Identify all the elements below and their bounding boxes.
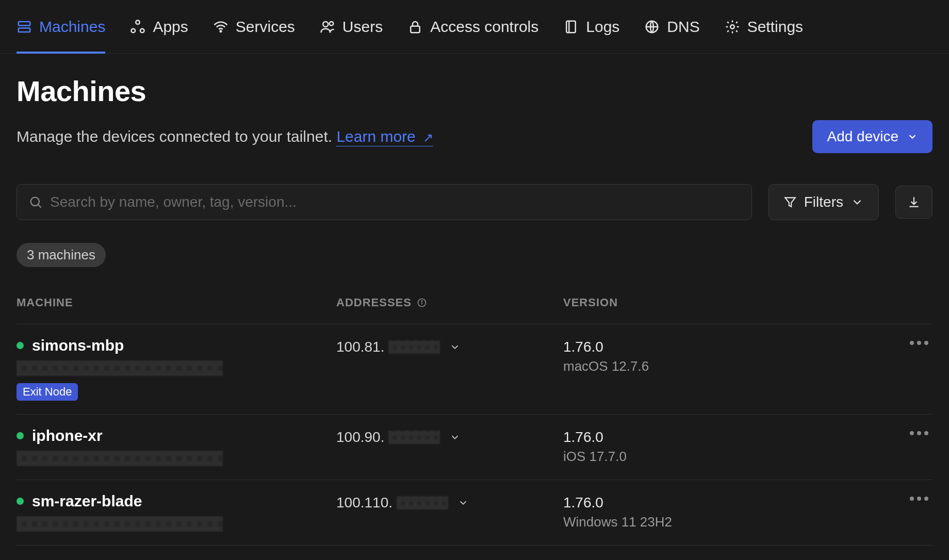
page-title: Machines <box>17 74 932 108</box>
users-icon <box>320 19 335 35</box>
nav-tab-machines[interactable]: Machines <box>17 0 105 53</box>
more-actions-button[interactable] <box>910 497 928 501</box>
redacted-owner <box>17 451 223 466</box>
svg-rect-0 <box>19 22 30 26</box>
svg-rect-1 <box>19 28 30 32</box>
add-device-label: Add device <box>827 128 898 145</box>
nav-tab-label: Machines <box>39 18 105 36</box>
globe-icon <box>644 19 660 35</box>
ip-prefix: 100.81. <box>336 339 384 355</box>
wifi-icon <box>213 19 228 35</box>
page-subtitle: Manage the devices connected to your tai… <box>17 128 433 145</box>
machine-cell: iphone-xr <box>17 427 336 466</box>
search-input[interactable] <box>50 194 740 210</box>
machine-tags: Exit Node <box>17 383 336 401</box>
col-machine: MACHINE <box>17 296 336 309</box>
more-actions-button[interactable] <box>910 341 928 345</box>
row-actions <box>886 427 932 435</box>
version-number: 1.76.0 <box>563 429 886 446</box>
version-number: 1.76.0 <box>563 495 886 511</box>
external-link-icon: ↗ <box>423 130 433 144</box>
machine-name-row[interactable]: sm-razer-blade <box>17 492 336 510</box>
search-icon <box>28 195 43 209</box>
status-dot-online <box>17 342 24 349</box>
filter-icon <box>783 195 797 209</box>
redacted-ip-suffix <box>388 340 440 354</box>
download-icon <box>907 195 921 209</box>
apps-icon <box>130 19 145 35</box>
more-actions-button[interactable] <box>910 431 928 435</box>
table-row: sm-razer-blade 100.110. 1.76.0 Windows 1… <box>17 480 932 546</box>
nav-tab-apps[interactable]: Apps <box>130 0 188 53</box>
svg-line-13 <box>38 205 41 207</box>
info-icon[interactable] <box>417 298 427 308</box>
version-cell: 1.76.0 macOS 12.7.6 <box>563 337 886 374</box>
chevron-down-icon[interactable] <box>457 497 469 508</box>
svg-point-6 <box>323 22 328 27</box>
filters-button[interactable]: Filters <box>768 184 879 220</box>
nav-tab-label: Settings <box>747 18 803 36</box>
svg-point-11 <box>730 25 734 29</box>
row-actions <box>886 337 932 345</box>
nav-tab-settings[interactable]: Settings <box>725 0 803 53</box>
redacted-ip-suffix <box>388 431 440 444</box>
nav-tab-label: Logs <box>586 18 619 36</box>
version-cell: 1.76.0 Windows 11 23H2 <box>563 492 886 530</box>
svg-marker-14 <box>785 197 795 206</box>
learn-more-link[interactable]: Learn more ↗ <box>336 128 433 146</box>
status-dot-online <box>17 498 24 505</box>
svg-point-17 <box>421 301 422 301</box>
machine-name: simons-mbp <box>32 337 124 354</box>
row-actions <box>886 492 932 501</box>
machine-name: iphone-xr <box>32 427 103 444</box>
table-row: iphone-xr 100.90. 1.76.0 iOS 17.7.0 <box>17 415 932 480</box>
nav-tab-label: Users <box>342 18 383 36</box>
book-icon <box>563 19 579 35</box>
chevron-down-icon <box>907 131 918 142</box>
version-os: Windows 11 23H2 <box>563 514 886 530</box>
address-cell: 100.110. <box>336 492 563 511</box>
add-device-button[interactable]: Add device <box>812 120 932 153</box>
download-button[interactable] <box>895 186 932 219</box>
col-version: VERSION <box>563 296 886 309</box>
top-nav: Machines Apps Services Users Access cont… <box>0 0 949 54</box>
gear-icon <box>725 19 740 35</box>
nav-tab-label: Services <box>236 18 295 36</box>
machine-name-row[interactable]: simons-mbp <box>17 337 336 354</box>
nav-tab-access-controls[interactable]: Access controls <box>407 0 538 53</box>
chevron-down-icon[interactable] <box>449 432 461 443</box>
exit-node-badge: Exit Node <box>17 383 78 401</box>
svg-rect-8 <box>411 26 420 32</box>
chevron-down-icon[interactable] <box>449 341 461 353</box>
nav-tab-dns[interactable]: DNS <box>644 0 699 53</box>
redacted-ip-suffix <box>397 496 448 509</box>
page-body: Machines Manage the devices connected to… <box>0 54 949 546</box>
nav-tab-label: DNS <box>667 18 699 36</box>
lock-icon <box>407 19 423 35</box>
redacted-owner <box>17 360 223 376</box>
address-cell: 100.81. <box>336 337 563 355</box>
svg-point-7 <box>330 22 334 26</box>
address-cell: 100.90. <box>336 427 563 446</box>
nav-tab-logs[interactable]: Logs <box>563 0 619 53</box>
table-header: MACHINE ADDRESSES VERSION <box>17 296 932 324</box>
nav-tab-label: Apps <box>153 18 188 36</box>
machine-name-row[interactable]: iphone-xr <box>17 427 336 444</box>
ip-prefix: 100.90. <box>336 429 384 446</box>
machine-name: sm-razer-blade <box>32 492 142 510</box>
nav-tab-users[interactable]: Users <box>320 0 383 53</box>
ip-prefix: 100.110. <box>336 495 392 511</box>
svg-point-4 <box>140 28 144 32</box>
status-dot-online <box>17 432 24 439</box>
chevron-down-icon <box>850 195 864 209</box>
version-cell: 1.76.0 iOS 17.7.0 <box>563 427 886 465</box>
nav-tab-services[interactable]: Services <box>213 0 295 53</box>
col-addresses-label: ADDRESSES <box>336 296 412 309</box>
search-box[interactable] <box>17 184 752 220</box>
version-os: macOS 12.7.6 <box>563 358 886 374</box>
version-os: iOS 17.7.0 <box>563 449 886 465</box>
search-row: Filters <box>17 184 932 220</box>
machine-count-chip: 3 machines <box>17 243 106 267</box>
svg-point-2 <box>136 20 140 24</box>
nav-tab-label: Access controls <box>430 18 538 36</box>
